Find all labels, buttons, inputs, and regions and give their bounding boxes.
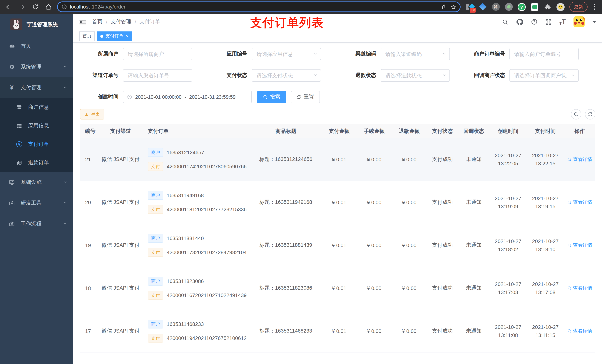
sidebar-item-payment[interactable]: ¥ 支付管理 — [0, 77, 73, 98]
date-filter-row: 创建时间 2021-10-01 00:00:00 - 2021-10-31 23… — [80, 91, 595, 103]
channel-order-no-field[interactable] — [123, 69, 192, 82]
home-icon[interactable] — [44, 2, 53, 12]
channel-order-no-input[interactable] — [123, 70, 189, 81]
channel-code-select[interactable] — [381, 48, 450, 60]
tab-label: 首页 — [83, 33, 91, 39]
github-icon[interactable] — [516, 18, 523, 25]
extension-command-icon[interactable]: ⌘ — [492, 3, 500, 11]
extension-chat-icon[interactable] — [531, 3, 539, 11]
sidebar-logo[interactable]: 芋道管理系统 — [0, 14, 73, 36]
merchant-order-no-field[interactable] — [509, 48, 579, 60]
col-refund: 退款金额 — [392, 124, 427, 138]
url-bar[interactable]: localhost:1024/pay/order — [57, 1, 461, 12]
sidebar-item-refund-order[interactable]: 退款订单 — [0, 154, 73, 172]
date-range-picker[interactable]: 2021-10-01 00:00:00 - 2021-10-31 23:59:5… — [123, 91, 252, 103]
search-button-label: 搜索 — [270, 94, 280, 100]
refresh-table-button[interactable] — [585, 109, 595, 119]
app-select-input[interactable] — [252, 48, 313, 60]
close-icon[interactable]: × — [126, 33, 129, 39]
col-paid: 支付时间 — [527, 124, 564, 138]
tab-home[interactable]: 首页 — [79, 31, 95, 41]
table-toolbar: 导出 — [80, 109, 595, 119]
view-detail-link[interactable]: 查看详情 — [567, 156, 592, 163]
app-select[interactable] — [252, 48, 321, 60]
caret-down-icon[interactable] — [592, 21, 596, 25]
refund-status-select[interactable] — [381, 69, 450, 82]
merchant-order-no-input[interactable] — [510, 48, 575, 60]
sidebar-collapse-icon[interactable] — [79, 19, 86, 25]
reload-icon[interactable] — [30, 2, 40, 12]
profile-emoji-icon[interactable] — [557, 3, 565, 11]
font-size-icon[interactable]: TT — [559, 18, 566, 26]
back-icon[interactable] — [4, 2, 13, 12]
extension-kite-icon[interactable] — [479, 3, 487, 11]
breadcrumb-home[interactable]: 首页 — [92, 19, 103, 25]
extension-y-icon[interactable]: y — [517, 3, 526, 11]
cell-order: 商户1635311949168 支付4200001181202110277723… — [142, 181, 250, 224]
search-icon — [567, 286, 571, 290]
fullscreen-icon[interactable] — [545, 19, 552, 25]
date-start[interactable]: 2021-10-01 00:00:00 — [135, 94, 182, 100]
toolbox-icon — [8, 221, 16, 227]
cell-channel: 微信 JSAPI 支付 — [99, 224, 143, 267]
sidebar-item-app-info[interactable]: 应用信息 — [0, 116, 73, 135]
browser-menu-icon[interactable] — [592, 4, 596, 10]
date-end[interactable]: 2021-10-31 23:59:59 — [189, 94, 236, 100]
sidebar-item-dev-tools[interactable]: 研发工具 — [0, 193, 73, 213]
show-search-button[interactable] — [571, 109, 581, 119]
cell-action: 查看详情 — [564, 181, 595, 224]
bookmark-star-icon[interactable] — [450, 4, 456, 10]
notify-status-select[interactable] — [509, 69, 579, 82]
col-status: 支付状态 — [427, 124, 458, 138]
reset-button[interactable]: 重置 — [291, 91, 320, 103]
view-detail-link[interactable]: 查看详情 — [567, 285, 592, 291]
cell-created: 2021-10-2713:11:08 — [489, 310, 527, 353]
cell-channel: 微信 JSAPI 支付 — [99, 267, 143, 310]
merchant-tag: 商户 — [148, 277, 163, 286]
notify-status-input[interactable] — [510, 70, 571, 81]
app: 芋道管理系统 首页 系统管理 ¥ 支付管理 — [0, 14, 602, 364]
cell-id: 19 — [80, 224, 99, 267]
sidebar-item-workflow[interactable]: 工作流程 — [0, 213, 73, 234]
sidebar-item-merchant-info[interactable]: 商户信息 — [0, 98, 73, 116]
browser-update-button[interactable]: 更新 — [570, 2, 588, 12]
table-row: 21 微信 JSAPI 支付 商户1635312124657 支付4200001… — [80, 138, 595, 181]
merchant-select-input[interactable] — [123, 48, 189, 60]
export-button[interactable]: 导出 — [80, 109, 104, 119]
filter-label: 商户订单编号 — [466, 51, 505, 57]
breadcrumb-payment[interactable]: 支付管理 — [111, 19, 131, 25]
forward-icon[interactable] — [17, 2, 27, 12]
pay-tag: 支付 — [148, 334, 163, 343]
help-icon[interactable] — [531, 19, 538, 25]
tab-pay-order[interactable]: 支付订单 × — [97, 31, 132, 41]
search-button[interactable]: 搜索 — [257, 91, 286, 103]
col-channel: 支付渠道 — [99, 124, 143, 138]
pay-no: 4200001174202110278060590766 — [167, 164, 247, 169]
extensions-puzzle-icon[interactable] — [544, 3, 552, 11]
header-search-icon[interactable] — [502, 19, 508, 25]
sidebar-item-infrastructure[interactable]: 基础设施 — [0, 172, 73, 193]
view-detail-link[interactable]: 查看详情 — [567, 199, 592, 206]
share-icon[interactable] — [441, 4, 447, 10]
merchant-select[interactable] — [123, 48, 192, 60]
sidebar-item-pay-order[interactable]: ¥ 支付订单 — [0, 135, 73, 154]
search-icon — [573, 112, 579, 117]
extensions-area: 10 ⌘ y 更 — [466, 2, 596, 12]
pay-status-select[interactable] — [252, 69, 321, 82]
extension-tabs-icon[interactable]: 10 — [466, 3, 474, 11]
view-detail-link[interactable]: 查看详情 — [567, 328, 592, 334]
sidebar-item-system[interactable]: 系统管理 — [0, 57, 73, 77]
col-title: 商品标题 — [250, 124, 322, 138]
cell-refund: ¥ 0.00 — [392, 181, 427, 224]
url-path[interactable]: :1024/pay/order — [91, 4, 126, 10]
cell-order: 商户1635312124657 支付4200001174202110278060… — [142, 138, 250, 181]
site-info-icon[interactable] — [62, 4, 67, 10]
view-detail-link[interactable]: 查看详情 — [567, 242, 592, 249]
refund-status-input[interactable] — [381, 70, 442, 81]
avatar[interactable] — [573, 16, 585, 27]
extension-dot-icon[interactable] — [505, 3, 513, 11]
sidebar-item-home[interactable]: 首页 — [0, 36, 73, 57]
pay-status-input[interactable] — [252, 70, 313, 81]
url-host[interactable]: localhost — [70, 4, 90, 10]
channel-code-input[interactable] — [381, 48, 442, 60]
